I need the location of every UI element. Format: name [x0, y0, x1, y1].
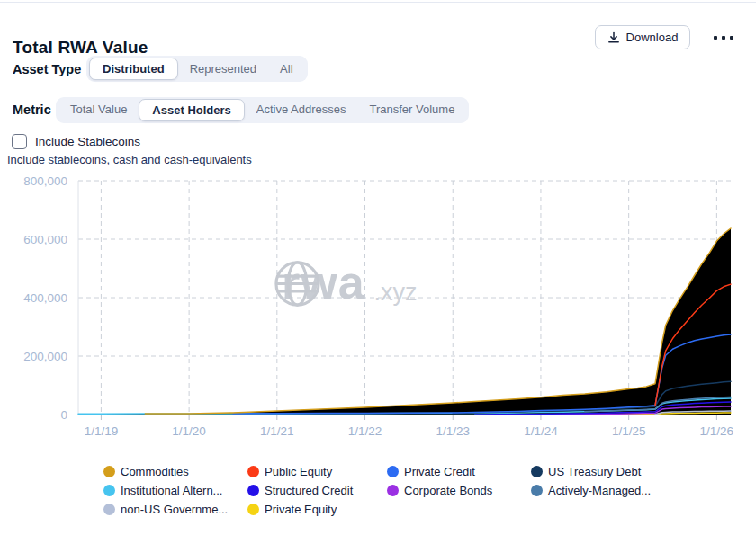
include-stablecoins-description: Include stablecoins, cash and cash-equiv…: [7, 153, 252, 166]
x-tick-label: 1/1/25: [612, 424, 646, 438]
more-options-button[interactable]: [707, 31, 740, 45]
ellipsis-icon: [714, 36, 717, 40]
legend-dot: [531, 485, 543, 496]
download-label: Download: [626, 31, 679, 44]
legend-item-non-us-government[interactable]: non-US Governme...: [104, 503, 248, 515]
metric-row: Metric Total Value Asset Holders Active …: [13, 96, 469, 123]
y-tick-label: 0: [60, 408, 68, 422]
legend-item-public-equity[interactable]: Public Equity: [248, 465, 387, 477]
asset-type-option-distributed[interactable]: Distributed: [89, 58, 178, 80]
legend-item-us-treasury-debt[interactable]: US Treasury Debt: [531, 465, 688, 477]
x-tick-label: 1/1/22: [348, 424, 382, 438]
rwa-dashboard: { "header": { "title": "Total RWA Value"…: [0, 0, 756, 544]
metric-option-active-addresses[interactable]: Active Addresses: [245, 99, 358, 120]
asset-type-segmented-control: Distributed Represented All: [86, 56, 308, 82]
chart-plot-area[interactable]: 0200,000400,000600,000800,0001/1/191/1/2…: [0, 173, 756, 451]
include-stablecoins-label[interactable]: Include Stablecoins: [35, 135, 140, 148]
legend-item-private-equity[interactable]: Private Equity: [248, 503, 387, 515]
x-tick-label: 1/1/23: [436, 424, 470, 438]
legend-dot: [387, 466, 399, 477]
chart-legend: Commodities Public Equity Private Credit…: [104, 465, 688, 515]
metric-option-transfer-volume[interactable]: Transfer Volume: [358, 99, 467, 120]
metric-segmented-control: Total Value Asset Holders Active Address…: [56, 97, 469, 123]
legend-dot: [387, 485, 399, 496]
y-tick-label: 800,000: [23, 174, 68, 188]
legend-item-commodities[interactable]: Commodities: [104, 465, 248, 477]
include-stablecoins-row: Include Stablecoins: [12, 134, 140, 149]
y-axis-labels: 0200,000400,000600,000800,000: [23, 174, 68, 422]
x-tick-label: 1/1/20: [172, 424, 206, 438]
asset-type-label: Asset Type: [13, 62, 86, 76]
metric-option-total-value[interactable]: Total Value: [58, 99, 139, 120]
include-stablecoins-checkbox[interactable]: [12, 134, 27, 149]
download-button[interactable]: Download: [595, 25, 690, 49]
legend-dot: [104, 466, 115, 477]
legend-item-actively-managed[interactable]: Actively-Managed...: [531, 484, 688, 496]
metric-label: Metric: [13, 103, 56, 117]
x-tick-label: 1/1/26: [700, 424, 734, 438]
legend-dot: [531, 466, 543, 477]
legend-item-corporate-bonds[interactable]: Corporate Bonds: [387, 484, 531, 496]
legend-dot: [248, 466, 259, 477]
legend-dot: [104, 504, 115, 515]
metric-option-asset-holders[interactable]: Asset Holders: [139, 99, 244, 121]
asset-type-row: Asset Type Distributed Represented All: [13, 55, 308, 83]
y-tick-label: 600,000: [23, 233, 68, 246]
ellipsis-icon: [730, 36, 734, 40]
y-tick-label: 200,000: [23, 350, 68, 363]
x-axis-labels: 1/1/191/1/201/1/211/1/221/1/231/1/241/1/…: [85, 424, 734, 438]
y-tick-label: 400,000: [23, 291, 68, 305]
legend-item-institutional-alternative[interactable]: Institutional Altern...: [104, 484, 248, 496]
ellipsis-icon: [722, 36, 725, 40]
legend-dot: [104, 485, 115, 496]
asset-type-option-all[interactable]: All: [268, 58, 304, 80]
legend-item-private-credit[interactable]: Private Credit: [387, 465, 531, 477]
chart: 0200,000400,000600,000800,0001/1/191/1/2…: [0, 173, 756, 451]
x-tick-label: 1/1/21: [260, 424, 294, 438]
x-tick-label: 1/1/24: [524, 424, 558, 438]
legend-dot: [248, 485, 259, 496]
card-top-border: [0, 2, 756, 3]
x-tick-label: 1/1/19: [85, 424, 119, 438]
asset-type-option-represented[interactable]: Represented: [178, 58, 268, 80]
legend-dot: [248, 504, 259, 515]
legend-item-structured-credit[interactable]: Structured Credit: [248, 484, 387, 496]
download-icon: [608, 31, 620, 44]
